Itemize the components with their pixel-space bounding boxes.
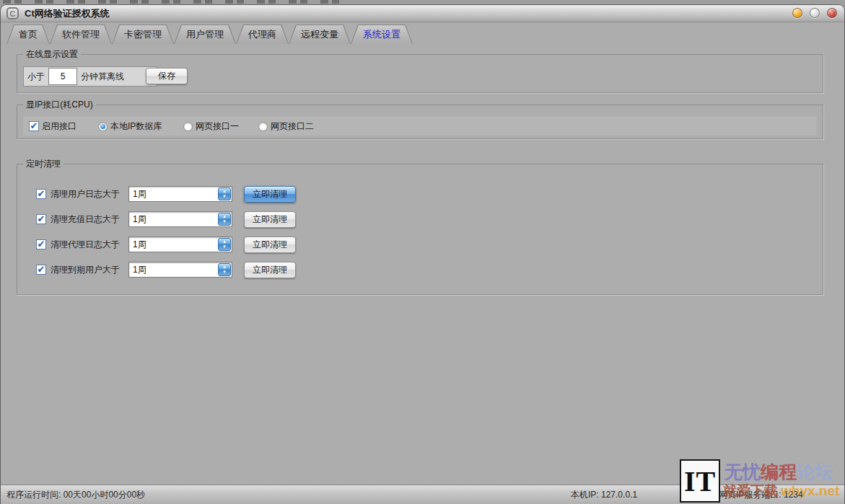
settings-page: 在线显示设置 小于 分钟算离线 保存 显IP接口(耗CPU) ✔ 启用接口 本地… — [1, 44, 844, 481]
period-select[interactable]: 1周▲▼ — [128, 186, 232, 202]
radio-web-api-1[interactable] — [183, 122, 193, 131]
runtime-value: 00天00小时00分00秒 — [64, 490, 145, 500]
enable-interface-option[interactable]: ✔ 启用接口 — [29, 120, 98, 133]
enable-interface-label: 启用接口 — [42, 120, 76, 133]
stepper-buttons-icon[interactable]: ▲▼ — [218, 263, 231, 276]
group-scheduled-cleanup: 定时清理 ✔清理用户日志大于1周▲▼立即清理✔清理充值日志大于1周▲▼立即清理✔… — [17, 164, 823, 295]
period-value: 1周 — [129, 239, 218, 251]
offline-threshold-prefix-label: 小于 — [24, 71, 48, 83]
tab-label: 代理商 — [248, 28, 276, 41]
cleanup-row: ✔清理用户日志大于1周▲▼立即清理 — [36, 185, 296, 203]
runtime-status: 程序运行时间: 00天00小时00分00秒 — [6, 489, 145, 501]
app-icon: C — [6, 7, 19, 19]
tab-agents[interactable]: 代理商 — [236, 25, 289, 44]
tab-bar: 首页软件管理卡密管理用户管理代理商远程变量系统设置 — [1, 22, 844, 44]
window-title: Ct网络验证授权系统 — [25, 7, 110, 20]
enable-interface-checkbox[interactable]: ✔ — [29, 121, 39, 131]
tab-label: 远程变量 — [301, 28, 338, 41]
tab-label: 用户管理 — [186, 28, 224, 41]
cleanup-checkbox[interactable]: ✔ — [36, 265, 46, 275]
cleanup-row: ✔清理代理日志大于1周▲▼立即清理 — [36, 236, 296, 253]
group-title-scheduled-cleanup: 定时清理 — [23, 159, 64, 169]
cleanup-checkbox[interactable]: ✔ — [36, 214, 46, 224]
radio-label: 本地IP数据库 — [110, 120, 162, 133]
radio-local-ip-db[interactable] — [98, 122, 108, 131]
cleanup-row-label: 清理用户日志大于 — [51, 188, 123, 200]
period-select[interactable]: 1周▲▼ — [128, 262, 232, 278]
cleanup-row: ✔清理到期用户大于1周▲▼立即清理 — [36, 261, 296, 278]
stepper-buttons-icon[interactable]: ▲▼ — [218, 238, 231, 251]
window-titlebar: C Ct网络验证授权系统 — [1, 5, 844, 22]
offline-threshold-suffix-label: 分钟算离线 — [77, 71, 128, 83]
cleanup-row: ✔清理充值日志大于1周▲▼立即清理 — [36, 211, 296, 228]
tab-software[interactable]: 软件管理 — [50, 25, 112, 44]
radio-option-local-ip-db[interactable]: 本地IP数据库 — [98, 120, 183, 133]
maximize-button[interactable] — [810, 8, 820, 18]
period-select[interactable]: 1周▲▼ — [128, 211, 232, 227]
save-button[interactable]: 保存 — [146, 68, 188, 84]
group-title-ip-interface: 显IP接口(耗CPU) — [23, 100, 96, 110]
clean-now-button[interactable]: 立即清理 — [244, 186, 296, 203]
tab-remote-vars[interactable]: 远程变量 — [289, 25, 351, 44]
ip-interface-radios: 本地IP数据库网页接口一网页接口二 — [98, 120, 333, 133]
tab-users[interactable]: 用户管理 — [174, 25, 236, 44]
period-value: 1周 — [129, 213, 218, 226]
web-port-label: 网页IP服务端口: — [719, 490, 781, 500]
radio-option-web-api-1[interactable]: 网页接口一 — [183, 120, 258, 133]
tab-label: 首页 — [19, 28, 38, 41]
local-ip-label: 本机IP: — [571, 490, 599, 500]
minimize-button[interactable] — [792, 8, 802, 18]
radio-label: 网页接口二 — [271, 120, 314, 133]
radio-web-api-2[interactable] — [258, 122, 268, 131]
web-port-status: 网页IP服务端口: 1234 — [719, 489, 803, 501]
tab-label: 软件管理 — [62, 28, 100, 41]
period-select[interactable]: 1周▲▼ — [128, 236, 232, 252]
period-value: 1周 — [129, 188, 218, 200]
tab-home[interactable]: 首页 — [6, 25, 50, 44]
local-ip-status: 本机IP: 127.0.0.1 — [571, 489, 637, 501]
tab-label: 卡密管理 — [124, 28, 162, 41]
window-controls — [792, 8, 837, 18]
web-port-value: 1234 — [784, 490, 803, 500]
status-bar: 程序运行时间: 00天00小时00分00秒 本机IP: 127.0.0.1 网页… — [1, 485, 844, 504]
group-online-display: 在线显示设置 小于 分钟算离线 保存 — [17, 54, 823, 93]
ip-interface-options-row: ✔ 启用接口 本地IP数据库网页接口一网页接口二 — [23, 117, 817, 136]
cleanup-row-label: 清理充值日志大于 — [51, 213, 123, 226]
group-title-online-display: 在线显示设置 — [23, 49, 81, 60]
tab-settings[interactable]: 系统设置 — [351, 25, 413, 44]
close-button[interactable] — [827, 8, 837, 18]
offline-threshold-control: 小于 分钟算离线 — [23, 66, 157, 87]
period-value: 1周 — [129, 264, 218, 276]
local-ip-value: 127.0.0.1 — [601, 490, 637, 500]
stepper-buttons-icon[interactable]: ▲▼ — [218, 213, 231, 226]
cleanup-row-label: 清理代理日志大于 — [51, 239, 123, 251]
clean-now-button[interactable]: 立即清理 — [244, 236, 296, 253]
group-ip-interface: 显IP接口(耗CPU) ✔ 启用接口 本地IP数据库网页接口一网页接口二 — [17, 105, 823, 139]
radio-label: 网页接口一 — [196, 120, 239, 133]
tab-card-keys[interactable]: 卡密管理 — [112, 25, 174, 44]
stepper-buttons-icon[interactable]: ▲▼ — [218, 187, 231, 200]
background-window-text-fragment — [3, 0, 342, 4]
cleanup-row-label: 清理到期用户大于 — [51, 264, 123, 276]
radio-option-web-api-2[interactable]: 网页接口二 — [258, 120, 333, 133]
cleanup-checkbox[interactable]: ✔ — [36, 239, 46, 249]
clean-now-button[interactable]: 立即清理 — [244, 211, 296, 228]
app-window: C Ct网络验证授权系统 首页软件管理卡密管理用户管理代理商远程变量系统设置 在… — [0, 4, 845, 504]
cleanup-checkbox[interactable]: ✔ — [36, 189, 46, 199]
tab-label: 系统设置 — [363, 28, 400, 41]
runtime-label: 程序运行时间: — [6, 490, 61, 500]
clean-now-button[interactable]: 立即清理 — [244, 262, 296, 278]
offline-minutes-input[interactable] — [48, 68, 77, 85]
